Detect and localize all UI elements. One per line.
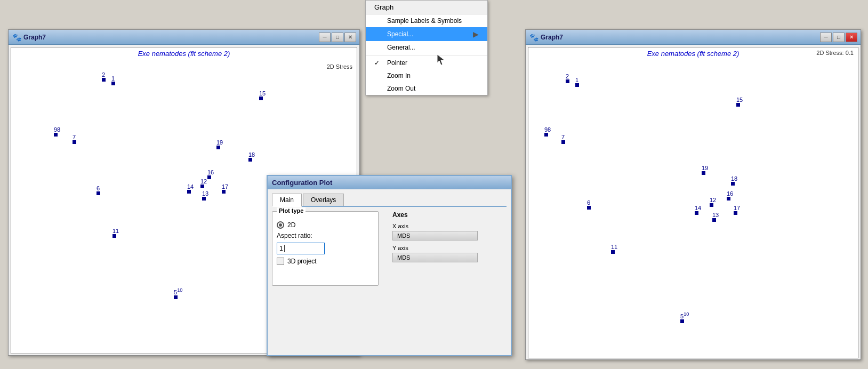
- left-plot-title: Exe nematodes (fit scheme 2): [11, 47, 357, 59]
- point-16-right: 16: [727, 190, 733, 200]
- point-11-left: 11: [112, 228, 119, 238]
- tab-overlays[interactable]: Overlays: [303, 194, 344, 206]
- right-stress-label: 2D Stress: 0.1: [816, 50, 854, 56]
- menu-divider-1: [366, 55, 487, 55]
- right-graph-window: 🐾 Graph7 ─ □ ✕ Exe nematodes (fit scheme…: [525, 29, 861, 360]
- point-7-left: 7: [73, 134, 76, 144]
- right-graph-icon: 🐾: [529, 33, 539, 42]
- point-18-left: 18: [248, 151, 255, 162]
- right-close-button[interactable]: ✕: [846, 33, 857, 42]
- right-graph-controls: ─ □ ✕: [820, 33, 857, 42]
- plot-type-legend: Plot type: [277, 207, 306, 214]
- point-19-right: 19: [702, 165, 708, 175]
- radio-2d-label: 2D: [287, 221, 295, 229]
- right-minimize-button[interactable]: ─: [820, 33, 832, 42]
- y-axis-button[interactable]: MDS: [392, 253, 478, 262]
- graph-dropdown-menu: Graph Sample Labels & Symbols Special...…: [365, 0, 488, 95]
- menu-item-sample-labels[interactable]: Sample Labels & Symbols: [366, 14, 487, 27]
- y-axis-label: Y axis: [392, 245, 478, 251]
- point-21-left: 1: [111, 75, 115, 85]
- point-2-left: 2: [102, 71, 106, 82]
- point-6-right: 6: [587, 199, 591, 210]
- right-graph-title: Graph7: [541, 34, 818, 41]
- axes-section: Axes X axis MDS Y axis MDS: [392, 211, 478, 289]
- point-2-right: 2: [566, 73, 569, 83]
- left-graph-title: Graph7: [23, 34, 317, 41]
- project-3d-row: 3D project: [277, 258, 374, 265]
- right-plot-area: Exe nematodes (fit scheme 2) 2D Stress: …: [528, 47, 858, 358]
- point-98-right: 98: [544, 126, 551, 137]
- text-cursor: [284, 245, 285, 252]
- point-7-right: 7: [561, 134, 565, 144]
- point-12-left: 12: [200, 178, 207, 188]
- point-13-left: 13: [202, 190, 208, 200]
- x-axis-button[interactable]: MDS: [392, 231, 478, 240]
- point-17-left: 17: [222, 183, 228, 194]
- menu-item-general[interactable]: General...: [366, 41, 487, 54]
- point-98-left: 98: [54, 126, 60, 137]
- left-maximize-button[interactable]: □: [332, 33, 343, 42]
- left-graph-titlebar: 🐾 Graph7 ─ □ ✕: [9, 30, 359, 45]
- point-14-left: 14: [187, 183, 194, 194]
- point-19-left: 19: [216, 139, 223, 149]
- left-graph-controls: ─ □ ✕: [319, 33, 356, 42]
- point-15-left: 15: [259, 90, 266, 100]
- point-21-right: 1: [575, 77, 579, 87]
- aspect-ratio-input-row: 1: [277, 243, 374, 254]
- right-maximize-button[interactable]: □: [833, 33, 845, 42]
- point-15-right: 15: [736, 97, 743, 107]
- left-graph-icon: 🐾: [12, 33, 21, 42]
- tab-bar: Main Overlays: [272, 194, 507, 207]
- point-510-left: 510: [174, 287, 182, 299]
- radio-2d-group: 2D: [277, 221, 374, 229]
- point-12-right: 12: [710, 197, 716, 207]
- point-13-right: 13: [712, 212, 719, 222]
- point-11-right: 11: [611, 244, 617, 254]
- menu-item-zoom-in[interactable]: Zoom In: [366, 69, 487, 82]
- configuration-plot-dialog: Configuration Plot Main Overlays Plot ty…: [267, 175, 512, 356]
- right-plot-title: Exe nematodes (fit scheme 2): [528, 47, 858, 59]
- project-3d-checkbox[interactable]: [277, 258, 284, 265]
- point-6-left: 6: [97, 185, 100, 195]
- dialog-titlebar[interactable]: Configuration Plot: [268, 176, 511, 189]
- point-18-right: 18: [731, 175, 737, 186]
- point-17-right: 17: [734, 205, 740, 215]
- point-14-right: 14: [695, 205, 701, 215]
- point-510-right: 510: [680, 311, 689, 323]
- left-close-button[interactable]: ✕: [344, 33, 356, 42]
- dialog-body: Plot type 2D Aspect ratio: 1: [272, 211, 507, 289]
- plot-type-section: Plot type 2D Aspect ratio: 1: [272, 211, 379, 286]
- project-3d-label: 3D project: [287, 258, 317, 265]
- right-graph-titlebar: 🐾 Graph7 ─ □ ✕: [526, 30, 861, 45]
- x-axis-label: X axis: [392, 223, 478, 229]
- menu-item-zoom-out[interactable]: Zoom Out: [366, 82, 487, 95]
- axes-header: Axes: [392, 211, 478, 219]
- tab-main[interactable]: Main: [272, 194, 302, 207]
- dialog-content: Main Overlays Plot type 2D Aspect ratio:: [268, 189, 511, 293]
- left-stress-label: 2D Stress: [327, 63, 352, 70]
- radio-2d[interactable]: [277, 221, 284, 229]
- left-minimize-button[interactable]: ─: [319, 33, 331, 42]
- menu-item-pointer[interactable]: ✓ Pointer: [366, 57, 487, 69]
- aspect-ratio-label: Aspect ratio:: [277, 232, 312, 239]
- menu-tab-graph[interactable]: Graph: [366, 1, 487, 14]
- aspect-ratio-input[interactable]: 1: [277, 243, 325, 254]
- menu-item-special[interactable]: Special... ▶: [366, 27, 487, 41]
- point-16-left: 16: [207, 169, 214, 179]
- aspect-ratio-row: Aspect ratio:: [277, 232, 374, 239]
